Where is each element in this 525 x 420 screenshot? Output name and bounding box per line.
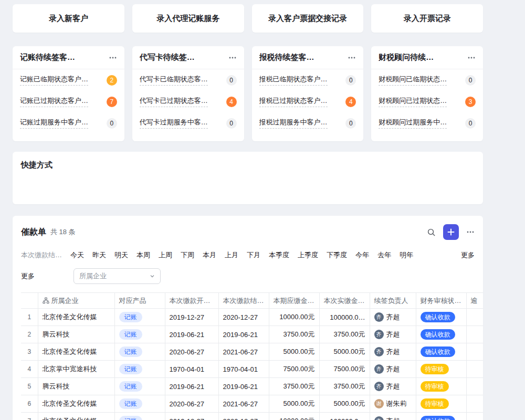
- end-date-cell[interactable]: 2019-06-21: [218, 326, 269, 343]
- stat-item-label[interactable]: 报税已过期状态客户…: [259, 96, 328, 107]
- start-date-cell[interactable]: 2020-06-27: [165, 395, 218, 413]
- table-row[interactable]: 5腾云科技记账2019-06-212019-06-213750.00元3750.…: [21, 378, 483, 395]
- date-filter-option[interactable]: 上月: [225, 250, 238, 260]
- column-header[interactable]: 所属企业: [38, 293, 114, 309]
- company-filter-select[interactable]: 所属企业: [74, 268, 161, 284]
- start-date-cell[interactable]: 2019-06-21: [165, 326, 218, 343]
- column-header[interactable]: 本次缴款结…: [218, 293, 269, 309]
- product-cell[interactable]: 记账: [114, 343, 165, 361]
- product-cell[interactable]: 记账: [114, 361, 165, 378]
- more-options-icon[interactable]: [348, 54, 356, 62]
- stat-item-label[interactable]: 代写卡已过期状态客…: [140, 96, 208, 107]
- table-more-icon[interactable]: [466, 228, 475, 236]
- status-cell[interactable]: 确认收款: [416, 343, 466, 361]
- stat-item-label[interactable]: 记账已过期状态客户…: [20, 96, 88, 107]
- start-date-cell[interactable]: 2019-06-21: [165, 378, 218, 395]
- overdue-cell[interactable]: [466, 326, 483, 343]
- company-cell[interactable]: 北京传圣文化传媒: [38, 343, 114, 361]
- due-amount-cell[interactable]: 7500.00元: [269, 361, 319, 378]
- date-filter-option[interactable]: 本周: [136, 250, 150, 260]
- stat-item-label[interactable]: 报税过期服务中客户…: [259, 118, 328, 129]
- start-date-cell[interactable]: 2019-12-27: [165, 413, 218, 420]
- column-header[interactable]: 本次缴款开…: [165, 293, 218, 309]
- column-header[interactable]: 对应产品: [114, 293, 165, 309]
- column-header[interactable]: 本次实缴金…: [319, 293, 370, 309]
- add-record-button[interactable]: [443, 224, 459, 240]
- company-cell[interactable]: 北京传圣文化传媒: [38, 413, 114, 420]
- quick-action-button[interactable]: 录入开票记录: [371, 4, 483, 33]
- owner-cell[interactable]: 齐齐超: [370, 309, 416, 326]
- due-amount-cell[interactable]: 5000.00元: [269, 395, 319, 413]
- date-filter-more[interactable]: 更多: [461, 250, 475, 260]
- date-filter-option[interactable]: 上季度: [298, 250, 318, 260]
- table-row[interactable]: 1北京传圣文化传媒记账2019-12-272020-12-2710000.00元…: [21, 309, 483, 326]
- date-filter-option[interactable]: 明年: [400, 250, 413, 260]
- table-row[interactable]: 2腾云科技记账2019-06-212019-06-213750.00元3750.…: [21, 326, 483, 343]
- overdue-cell[interactable]: [466, 395, 483, 413]
- end-date-cell[interactable]: 2020-12-27: [218, 309, 269, 326]
- date-filter-option[interactable]: 下周: [181, 250, 194, 260]
- paid-amount-cell[interactable]: 7500.00元: [319, 361, 370, 378]
- date-filter-option[interactable]: 上周: [159, 250, 172, 260]
- column-header[interactable]: 本期应缴金…: [269, 293, 319, 309]
- due-amount-cell[interactable]: 5000.00元: [269, 343, 319, 361]
- end-date-cell[interactable]: 2019-06-21: [218, 378, 269, 395]
- due-amount-cell[interactable]: 10000.00元: [269, 413, 319, 420]
- end-date-cell[interactable]: 2020-12-27: [218, 413, 269, 420]
- date-filter-option[interactable]: 下月: [247, 250, 260, 260]
- product-cell[interactable]: 记账: [114, 395, 165, 413]
- stat-item-label[interactable]: 记账已临期状态客户…: [20, 75, 88, 86]
- paid-amount-cell[interactable]: 3750.00元: [319, 326, 370, 343]
- column-header[interactable]: 财务审核状…: [416, 293, 466, 309]
- stat-item-label[interactable]: 财税顾问已过期状态…: [379, 96, 447, 107]
- table-row[interactable]: 3北京传圣文化传媒记账2020-06-272021-06-275000.00元5…: [21, 343, 483, 361]
- product-cell[interactable]: 记账: [114, 378, 165, 395]
- more-options-icon[interactable]: [109, 54, 117, 62]
- start-date-cell[interactable]: 1970-04-01: [165, 361, 218, 378]
- status-cell[interactable]: 确认收款: [416, 413, 466, 420]
- company-cell[interactable]: 腾云科技: [38, 326, 114, 343]
- end-date-cell[interactable]: 2021-06-27: [218, 395, 269, 413]
- table-row[interactable]: 6北京传圣文化传媒记账2020-06-272021-06-275000.00元5…: [21, 395, 483, 413]
- search-icon[interactable]: [427, 228, 436, 237]
- end-date-cell[interactable]: 1970-04-01: [218, 361, 269, 378]
- owner-cell[interactable]: 齐齐超: [370, 326, 416, 343]
- stat-item-label[interactable]: 记账过期服务中客户…: [20, 118, 88, 129]
- overdue-cell[interactable]: [466, 378, 483, 395]
- owner-cell[interactable]: 齐齐超: [370, 343, 416, 361]
- owner-cell[interactable]: 谢谢朱莉: [370, 395, 416, 413]
- date-filter-option[interactable]: 今年: [355, 250, 369, 260]
- start-date-cell[interactable]: 2020-06-27: [165, 343, 218, 361]
- owner-cell[interactable]: 齐齐超: [370, 361, 416, 378]
- company-cell[interactable]: 北京传圣文化传媒: [38, 395, 114, 413]
- date-filter-option[interactable]: 明天: [114, 250, 128, 260]
- company-cell[interactable]: 北京传圣文化传媒: [38, 309, 114, 326]
- quick-action-button[interactable]: 录入新客户: [13, 4, 124, 33]
- more-options-icon[interactable]: [467, 54, 476, 62]
- overdue-cell[interactable]: [466, 343, 483, 361]
- paid-amount-cell[interactable]: 5000.00元: [319, 343, 370, 361]
- status-cell[interactable]: 待审核: [416, 395, 466, 413]
- company-cell[interactable]: 腾云科技: [38, 378, 114, 395]
- stat-item-label[interactable]: 财税顾问过期服务中…: [379, 118, 447, 129]
- stat-item-label[interactable]: 报税已临期状态客户…: [259, 75, 328, 86]
- product-cell[interactable]: 记账: [114, 326, 165, 343]
- paid-amount-cell[interactable]: 3750.00元: [319, 378, 370, 395]
- table-row[interactable]: 4北京掌中宽途科技记账1970-04-011970-04-017500.00元7…: [21, 361, 483, 378]
- status-cell[interactable]: 待审核: [416, 361, 466, 378]
- quick-action-button[interactable]: 录入代理记账服务: [132, 4, 244, 33]
- quick-action-button[interactable]: 录入客户票据交接记录: [252, 4, 364, 33]
- owner-cell[interactable]: 齐齐超: [370, 413, 416, 420]
- due-amount-cell[interactable]: 3750.00元: [269, 326, 319, 343]
- date-filter-option[interactable]: 本月: [203, 250, 216, 260]
- due-amount-cell[interactable]: 3750.00元: [269, 378, 319, 395]
- status-cell[interactable]: 确认收款: [416, 309, 466, 326]
- status-cell[interactable]: 待审核: [416, 378, 466, 395]
- date-filter-option[interactable]: 昨天: [92, 250, 106, 260]
- date-filter-option[interactable]: 去年: [377, 250, 391, 260]
- company-cell[interactable]: 北京掌中宽途科技: [38, 361, 114, 378]
- product-cell[interactable]: 记账: [114, 413, 165, 420]
- stat-item-label[interactable]: 代写卡过期服务中客…: [140, 118, 208, 129]
- paid-amount-cell[interactable]: 5000.00元: [319, 395, 370, 413]
- more-options-icon[interactable]: [228, 54, 237, 62]
